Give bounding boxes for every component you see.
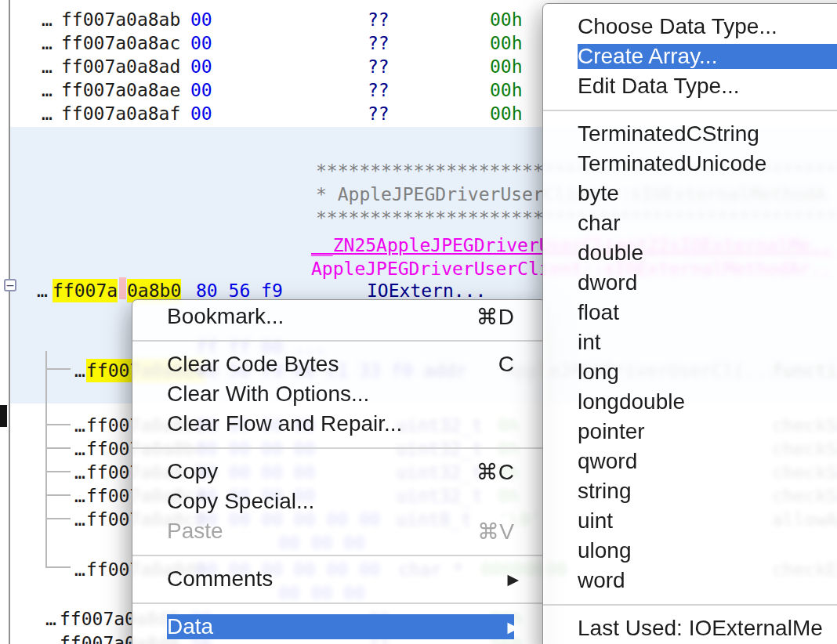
- tree-line: [45, 518, 71, 519]
- menu-item-label: word: [578, 568, 625, 593]
- menu-separator: [132, 331, 545, 349]
- menu-item-label: Comments: [167, 566, 273, 592]
- collapse-toggle-icon[interactable]: −: [4, 279, 16, 291]
- menu-item-label: Clear With Options...: [167, 382, 369, 407]
- data-submenu-item-pointer[interactable]: pointer: [543, 417, 837, 447]
- menu-item-label: long: [578, 360, 619, 385]
- listing-field-a: ff007a0a8ae: [61, 78, 180, 102]
- menu-separator: [543, 101, 837, 119]
- menu-item-label: Clear Flow and Repair...: [167, 411, 402, 436]
- listing-field-a: …: [74, 359, 85, 382]
- data-submenu-item-qword[interactable]: qword: [543, 447, 837, 476]
- data-submenu-item-create-array[interactable]: Create Array...: [543, 42, 837, 71]
- menu-item-label: Data: [167, 614, 213, 639]
- submenu-arrow-icon: ▶: [507, 570, 519, 588]
- listing-field-a: …: [74, 558, 85, 581]
- menu-item-label: Clear Code Bytes: [167, 352, 339, 377]
- data-submenu-item-uint[interactable]: uint: [543, 506, 837, 536]
- context-menu-item-copy[interactable]: Copy⌘C: [132, 457, 545, 487]
- menu-item-label: float: [578, 300, 619, 325]
- menu-item-label: Edit Data Type...: [578, 74, 740, 99]
- listing-field-a: …: [74, 437, 85, 461]
- listing-field-g: 00h: [490, 102, 523, 125]
- tree-line: [45, 424, 71, 425]
- menu-separator: [132, 594, 545, 612]
- data-submenu-item-terminatedcstring[interactable]: TerminatedCString: [543, 119, 837, 149]
- listing-field-a: ff007a0a8ac: [61, 31, 180, 55]
- tree-line: [45, 494, 71, 496]
- listing-field-m: ??: [368, 102, 390, 125]
- context-menu-item-paste: Paste⌘V: [132, 516, 545, 546]
- listing-field-a: …: [42, 8, 53, 31]
- data-submenu-item-word[interactable]: word: [543, 566, 837, 595]
- listing-field-a: …: [42, 78, 53, 102]
- data-submenu-item-double[interactable]: double: [543, 238, 837, 268]
- context-menu-item-copy-special[interactable]: Copy Special...: [132, 487, 545, 516]
- menu-separator: [132, 546, 545, 564]
- listing-field-a: …: [74, 484, 85, 508]
- listing-field-g: 00h: [490, 8, 523, 31]
- menu-item-label: Last Used: IOExternalMe: [578, 616, 823, 641]
- menu-item-label: Copy: [167, 459, 218, 484]
- data-submenu-item-ulong[interactable]: ulong: [543, 536, 837, 566]
- data-submenu-item-choose-data-type[interactable]: Choose Data Type...: [543, 12, 837, 42]
- menu-shortcut: ⌘C: [476, 459, 514, 485]
- data-submenu-item-longdouble[interactable]: longdouble: [543, 387, 837, 417]
- listing-field-b: 00: [190, 102, 212, 125]
- menu-item-label: pointer: [578, 419, 645, 444]
- menu-item-label: Create Array...: [578, 44, 717, 69]
- data-submenu-item-float[interactable]: float: [543, 298, 837, 327]
- data-submenu-item-char[interactable]: char: [543, 208, 837, 238]
- data-submenu-item-edit-data-type[interactable]: Edit Data Type...: [543, 71, 837, 101]
- menu-item-label: int: [578, 330, 601, 355]
- data-submenu-item-last-used[interactable]: Last Used: IOExternalMe: [543, 613, 837, 643]
- menu-shortcut: ⌘D: [476, 304, 514, 330]
- menu-item-label: TerminatedUnicode: [578, 151, 766, 176]
- listing-field-a: …: [42, 55, 53, 78]
- listing-field-a: ff007a0a8ad: [61, 55, 180, 78]
- data-submenu-item-long[interactable]: long: [543, 357, 837, 387]
- listing-field-a: ff007a0a8af: [61, 102, 180, 125]
- context-menu-item-comments[interactable]: Comments▶: [132, 564, 545, 594]
- listing-field-a: …: [45, 631, 56, 644]
- listing-field-a: …: [42, 31, 53, 55]
- menu-item-label: uint: [578, 508, 613, 534]
- menu-shortcut: C: [498, 352, 514, 377]
- menu-item-label: Copy Special...: [167, 489, 314, 514]
- tree-line: [45, 447, 71, 449]
- cursor-highlight: [119, 277, 126, 299]
- data-submenu-item-byte[interactable]: byte: [543, 179, 837, 208]
- tree-line: [45, 351, 47, 567]
- listing-field-g: 00h: [490, 78, 523, 102]
- menu-item-label: ulong: [578, 538, 632, 563]
- menu-shortcut: ⌘V: [477, 519, 514, 545]
- data-submenu-item-string[interactable]: string: [543, 476, 837, 506]
- context-menu-item-clear-flow-and-repair[interactable]: Clear Flow and Repair...: [132, 409, 545, 439]
- context-menu-item-data[interactable]: Data▶: [132, 612, 545, 642]
- listing-field-a: …: [37, 279, 48, 302]
- submenu-arrow-icon: ▶: [507, 618, 519, 636]
- menu-item-label: Bookmark...: [167, 304, 284, 329]
- context-menu-item-bookmark[interactable]: Bookmark...⌘D: [132, 302, 545, 331]
- menu-item-label: Choose Data Type...: [578, 14, 777, 39]
- data-submenu-item-dword[interactable]: dword: [543, 268, 837, 298]
- listing-field-m: ??: [368, 31, 390, 55]
- listing-field-a: …: [74, 461, 85, 484]
- menu-separator: [132, 439, 545, 457]
- menu-item-label: double: [578, 241, 643, 266]
- menu-item-label: qword: [578, 449, 637, 474]
- tree-line: [45, 368, 71, 370]
- listing-field-a: …: [45, 607, 56, 631]
- listing-field-m: ??: [368, 55, 390, 78]
- listing-field-m: ??: [368, 8, 390, 31]
- listing-field-a: …: [74, 508, 85, 531]
- context-menu-item-clear-code-bytes[interactable]: Clear Code BytesC: [132, 349, 545, 379]
- listing-field-m: ??: [368, 78, 390, 102]
- menu-item-label: longdouble: [578, 389, 685, 414]
- data-submenu-item-int[interactable]: int: [543, 327, 837, 357]
- menu-item-label: string: [578, 479, 631, 504]
- data-submenu-item-terminatedunicode[interactable]: TerminatedUnicode: [543, 149, 837, 179]
- listing-field-a: …: [42, 102, 53, 125]
- context-menu-item-clear-with-options[interactable]: Clear With Options...: [132, 379, 545, 409]
- listing-field-b: 00: [190, 55, 212, 78]
